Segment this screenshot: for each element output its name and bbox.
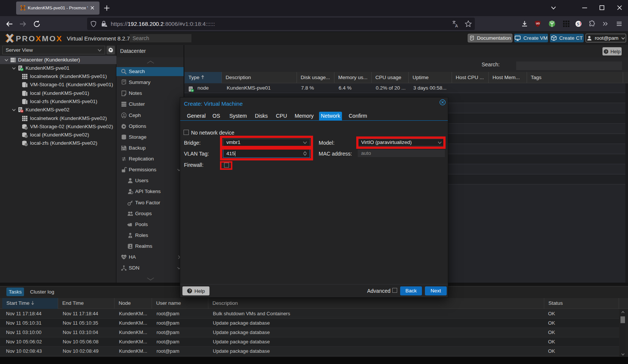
svg-text:?: ?	[605, 49, 607, 53]
svg-text:!: !	[580, 21, 581, 27]
svg-text:?: ?	[189, 289, 191, 293]
svg-text:?: ?	[26, 143, 27, 146]
svg-text:UO: UO	[536, 22, 540, 25]
svg-text:A: A	[455, 24, 458, 28]
svg-text:S: S	[577, 21, 580, 27]
svg-text:?: ?	[26, 135, 27, 138]
svg-text:?: ?	[26, 126, 27, 130]
